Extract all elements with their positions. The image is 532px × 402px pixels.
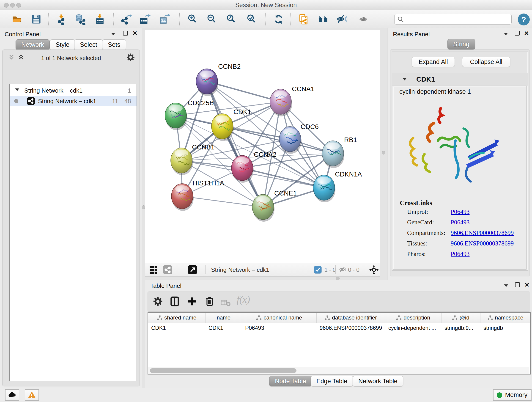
column-header-namespace[interactable]: namespace (480, 313, 531, 323)
network-node[interactable] (270, 89, 292, 116)
export-table-icon[interactable] (139, 14, 151, 25)
tab-node-table[interactable]: Node Table (269, 376, 312, 386)
tab-style[interactable]: Style (50, 39, 75, 50)
column-header-description[interactable]: description (385, 313, 442, 323)
zoom-fit-icon[interactable] (226, 14, 237, 25)
network-node[interactable] (165, 103, 187, 130)
add-column-icon[interactable] (187, 296, 197, 306)
crosslink-link[interactable]: 9606.ENSP00000378699 (451, 230, 514, 236)
collapse-all-button[interactable]: Collapse All (462, 57, 510, 67)
tab-edge-table[interactable]: Edge Table (311, 376, 353, 386)
table-panel-close-icon[interactable]: ✕ (525, 281, 530, 288)
column-header-canonical-name[interactable]: canonical name (242, 313, 317, 323)
table-cell[interactable]: stringdb (480, 323, 531, 333)
column-header-name[interactable]: name (205, 313, 242, 323)
show-columns-icon[interactable] (170, 296, 180, 306)
network-node[interactable] (211, 114, 234, 141)
tab-network-table[interactable]: Network Table (353, 376, 403, 386)
main-toolbar: ? (0, 10, 532, 28)
left-splitter-handle[interactable] (142, 205, 146, 209)
homes-icon[interactable] (317, 14, 329, 25)
export-network-icon[interactable] (121, 14, 132, 25)
table-cell[interactable]: cyclin-dependent ... (385, 323, 441, 333)
table-horizontal-scrollbar[interactable] (148, 367, 529, 374)
tab-string[interactable]: String (447, 39, 475, 50)
network-node[interactable] (231, 155, 254, 183)
network-share-view-icon[interactable] (163, 265, 172, 274)
cytoscape-window: Session: New Session ? Control Panel (0, 0, 532, 402)
zoom-in-icon[interactable] (187, 14, 198, 25)
help-button[interactable]: ? (518, 13, 530, 26)
network-row[interactable]: String Network – cdk1 11 48 (10, 96, 137, 106)
zoom-selected-icon[interactable] (246, 14, 257, 25)
column-header-shared-name[interactable]: shared name (148, 313, 206, 323)
network-node[interactable] (313, 175, 336, 202)
crosslinks-list: Uniprot:P06493GeneCard:P06493Compartment… (393, 208, 526, 263)
control-panel-close-icon[interactable]: ✕ (133, 30, 138, 37)
warning-button[interactable] (25, 389, 39, 401)
collection-collapse-icon[interactable] (15, 89, 19, 91)
show-details-eye-icon[interactable] (358, 14, 369, 25)
table-cell[interactable]: P06493 (242, 323, 317, 333)
open-session-icon[interactable] (12, 14, 22, 25)
network-edge[interactable] (182, 196, 263, 207)
refresh-icon[interactable] (273, 14, 284, 25)
results-panel-close-icon[interactable]: ✕ (524, 30, 529, 37)
table-cell[interactable]: CDK1 (148, 323, 205, 333)
zoom-out-icon[interactable] (206, 14, 217, 25)
table-cell[interactable]: CDK1 (205, 323, 242, 333)
search-input[interactable] (406, 15, 508, 23)
crosslink-link[interactable]: P06493 (451, 219, 470, 226)
network-options-gear-icon[interactable] (126, 53, 135, 62)
table-gear-icon[interactable] (153, 296, 163, 306)
node-label: RB1 (344, 136, 357, 143)
clone-network-icon[interactable] (298, 14, 309, 25)
tab-sets[interactable]: Sets (102, 39, 126, 50)
crosslink-link[interactable]: P06493 (451, 208, 470, 216)
control-panel-float-icon[interactable] (123, 31, 128, 36)
cloud-button[interactable] (5, 389, 19, 401)
table-panel-float-icon[interactable] (515, 282, 520, 288)
import-network-database-icon[interactable] (75, 14, 86, 25)
network-node[interactable] (171, 184, 194, 211)
crosslink-link[interactable]: P06493 (451, 250, 470, 258)
table-panel-menu-icon[interactable] (504, 284, 508, 288)
table-row[interactable]: CDK1CDK1P064939606.ENSP00000378699cyclin… (148, 323, 531, 333)
scrollbar-thumb[interactable] (150, 368, 297, 373)
network-node[interactable] (322, 141, 344, 168)
right-splitter-handle[interactable] (382, 151, 385, 154)
table-cell[interactable]: 9606.ENSP00000378699 (317, 323, 385, 333)
network-view-canvas[interactable]: CCNB2CCNA1CDC25BCDK1CDC6RB1CCNB1CCNA2CDK… (145, 30, 380, 263)
crosslink-link[interactable]: 9606.ENSP00000378699 (451, 240, 514, 247)
hide-eye-icon[interactable] (336, 14, 347, 25)
results-panel-float-icon[interactable] (515, 31, 520, 36)
memory-button[interactable]: Memory (493, 389, 532, 401)
birds-eye-view-icon[interactable] (188, 265, 197, 274)
node-table[interactable]: shared namenamecanonical namedatabase id… (147, 312, 531, 375)
network-view-title: String Network – cdk1 (211, 266, 269, 274)
column-header--id[interactable]: @id (441, 313, 481, 323)
network-node[interactable] (252, 194, 274, 222)
import-table-file-icon[interactable] (94, 14, 105, 25)
expand-all-button[interactable]: Expand All (412, 57, 455, 67)
network-node[interactable] (171, 148, 193, 175)
results-panel-menu-icon[interactable] (504, 32, 508, 36)
node-result-header[interactable]: CDK1 (392, 73, 528, 85)
node-result-collapse-icon[interactable] (403, 78, 407, 80)
tab-network[interactable]: Network (16, 39, 50, 50)
network-tree: String Network – cdk1 1 String Network –… (9, 84, 137, 381)
save-session-icon[interactable] (31, 14, 42, 25)
import-network-file-icon[interactable] (56, 14, 67, 25)
pan-crosshair-icon[interactable] (369, 265, 379, 275)
column-header-database-identifier[interactable]: database identifier (317, 313, 385, 323)
tab-select[interactable]: Select (74, 39, 103, 50)
export-image-icon[interactable] (159, 14, 170, 25)
network-collection-row[interactable]: String Network – cdk1 1 (10, 85, 137, 96)
grid-view-icon[interactable] (149, 266, 158, 274)
selected-checkbox-icon[interactable] (314, 266, 322, 274)
delete-column-icon[interactable] (205, 296, 215, 306)
bottom-splitter-handle[interactable] (336, 276, 340, 280)
control-panel-menu-icon[interactable] (111, 32, 115, 36)
table-cell[interactable]: stringdb:9... (441, 323, 480, 333)
network-node[interactable] (196, 69, 218, 96)
